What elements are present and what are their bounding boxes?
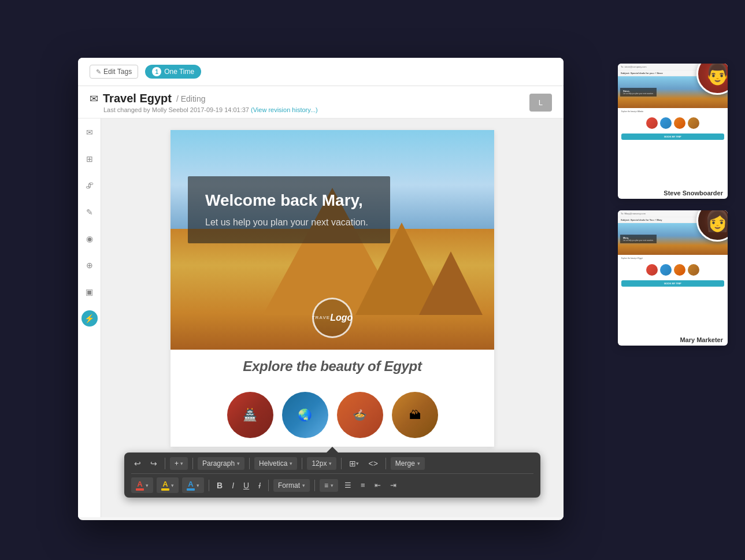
envelope-icon: ✉ [90, 92, 98, 105]
steve-circle-2 [660, 117, 672, 129]
mary-face: 👩 [705, 210, 728, 231]
steve-circle-3 [674, 117, 685, 129]
mary-circle-4 [688, 264, 699, 276]
divider-7 [209, 480, 209, 491]
toolbar-container: ↩ ↪ + ▾ Paragraph ▾ Helvetica [124, 453, 540, 498]
main-window: ✎ Edit Tags 1 One Time ✉ Travel Egypt / … [78, 58, 564, 520]
fill-swatch [187, 488, 195, 491]
mary-overlay: Mary, Let us help you plan your next vac… [620, 235, 657, 243]
size-label: 12px [312, 459, 327, 468]
add-icon: + [175, 459, 179, 468]
preview-card-steve: To: steve@company.com Subject: Special d… [618, 64, 728, 199]
fill-button[interactable]: A ▾ [182, 477, 204, 493]
steve-face: 👨 [705, 64, 728, 84]
one-time-badge: 1 One Time [145, 65, 201, 79]
dest-circle-ocean: 🌏 [282, 392, 328, 438]
italic-icon: I [232, 481, 234, 490]
format-dropdown[interactable]: Format ▾ [273, 479, 310, 492]
indent-left-button[interactable]: ⇤ [372, 479, 384, 491]
destination-circles: 🏯 🌏 🍲 🏔 [171, 383, 494, 447]
indent-left-icon: ⇤ [375, 481, 381, 489]
font-dropdown[interactable]: Helvetica ▾ [254, 457, 297, 470]
toolbar-arrow [327, 447, 338, 453]
sidebar-icon-paperclip[interactable]: 🖇 [81, 177, 98, 194]
editor-area[interactable]: Welcome back Mary, Let us help you plan … [101, 118, 564, 517]
subtitle: Last changed by Molly Seebol 2017-09-19 … [103, 106, 318, 113]
steve-name-label: Steve Snowboarder [618, 185, 728, 199]
divider-6 [386, 458, 386, 469]
font-color-label: A [137, 480, 142, 488]
paragraph-label: Paragraph [202, 459, 235, 468]
indent-right-button[interactable]: ⇥ [387, 479, 399, 491]
sidebar-icon-envelope[interactable]: ✉ [81, 124, 98, 140]
italic-button[interactable]: I [229, 479, 237, 492]
bg-color-chevron: ▾ [171, 483, 174, 488]
table-chevron: ▾ [356, 461, 359, 466]
bg-color-label: A [162, 480, 168, 488]
steve-circle-4 [688, 117, 699, 129]
sidebar-icon-grid[interactable]: ⊞ [81, 151, 98, 167]
edit-tags-label: Edit Tags [103, 68, 132, 76]
toolbar-row2: A ▾ A ▾ [131, 477, 533, 493]
merge-label: Merge [395, 459, 415, 468]
merge-dropdown[interactable]: Merge ▾ [391, 457, 425, 470]
redo-button[interactable]: ↪ [147, 457, 160, 470]
preview-area: To: steve@company.com Subject: Special d… [618, 64, 728, 346]
bullets-icon: ☰ [344, 481, 351, 489]
sidebar-icon-cart[interactable]: ⊕ [81, 257, 98, 273]
sidebar-icon-pencil[interactable]: ✎ [81, 204, 98, 220]
mary-cta: BOOK MY TRIP [621, 280, 724, 287]
dest-circle-egypt: 🏔 [392, 392, 438, 438]
divider-1 [165, 458, 165, 469]
code-icon: <> [368, 459, 377, 468]
sidebar-icon-file[interactable]: ▣ [81, 284, 98, 300]
preview-card-mary: To: Mary@marveey.com Subject: Special de… [618, 210, 728, 346]
title-bar: ✉ Travel Egypt / Editing Last changed by… [78, 86, 564, 118]
code-button[interactable]: <> [365, 457, 380, 470]
mary-body-text: Explore the beauty of Egypt [618, 255, 728, 262]
align-dropdown[interactable]: ≡ ▾ [320, 479, 338, 492]
numbered-button[interactable]: ≡ [358, 479, 368, 491]
divider-2 [192, 458, 193, 469]
edit-tags-button[interactable]: ✎ Edit Tags [90, 65, 138, 79]
fill-chevron: ▾ [197, 483, 199, 488]
steve-cta: BOOK MY TRIP [621, 133, 724, 140]
font-color-button[interactable]: A ▾ [131, 477, 153, 493]
sidebar-icon-rss[interactable]: ◉ [81, 231, 98, 247]
top-bar: ✎ Edit Tags 1 One Time [78, 58, 564, 86]
fill-label: A [188, 480, 193, 488]
bg-color-button[interactable]: A ▾ [157, 477, 179, 493]
underline-button[interactable]: U [240, 479, 252, 492]
badge-number: 1 [152, 67, 161, 76]
steve-circle-1 [646, 117, 658, 129]
live-button[interactable]: L [529, 94, 552, 112]
mary-circle-1 [646, 264, 658, 276]
mary-destination-circles [618, 262, 728, 278]
revision-history-link[interactable]: (View revision history...) [251, 106, 318, 113]
font-color-swatch [136, 488, 144, 491]
hero-subtitle: Let us help you plan your next vacation. [205, 216, 373, 229]
divider-4 [302, 458, 302, 469]
paragraph-dropdown[interactable]: Paragraph ▾ [198, 457, 244, 470]
table-button[interactable]: ⊞ ▾ [346, 457, 362, 470]
divider-8 [268, 480, 269, 491]
divider-3 [249, 458, 250, 469]
strikethrough-button[interactable]: I [255, 479, 264, 492]
sidebar-icon-lightning[interactable]: ⚡ [81, 310, 98, 327]
undo-button[interactable]: ↩ [131, 457, 144, 470]
dest-circle-india: 🏯 [227, 392, 273, 438]
hero-title: Welcome back Mary, [205, 191, 373, 210]
font-label: Helvetica [259, 459, 287, 468]
indent-right-icon: ⇥ [390, 481, 396, 489]
underline-icon: U [243, 481, 249, 490]
bold-button[interactable]: B [214, 479, 225, 492]
paragraph-chevron: ▾ [237, 461, 240, 466]
add-chevron: ▾ [180, 461, 183, 466]
bullets-button[interactable]: ☰ [342, 479, 354, 491]
steve-overlay: Steve, Let us help you plan your next va… [620, 88, 657, 97]
tag-icon: ✎ [96, 68, 101, 76]
steve-hero-subtitle: Let us help you plan your next vacation. [623, 92, 654, 95]
toolbar-row1: ↩ ↪ + ▾ Paragraph ▾ Helvetica [131, 457, 533, 474]
add-button[interactable]: + ▾ [170, 457, 188, 470]
size-dropdown[interactable]: 12px ▾ [307, 457, 336, 470]
